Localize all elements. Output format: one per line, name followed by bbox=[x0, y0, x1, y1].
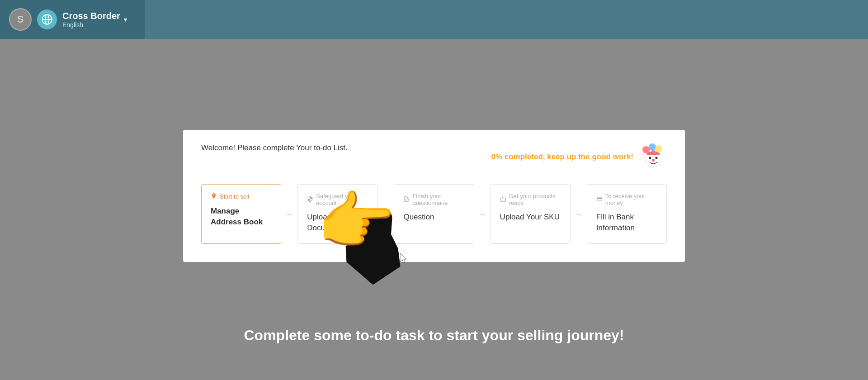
todo-card: Welcome! Please complete Your to-do List… bbox=[183, 130, 685, 262]
progress-text: 0% completed, keep up the good work! bbox=[491, 152, 633, 162]
nav-logo-icon bbox=[37, 10, 57, 29]
step-3-title: Question bbox=[403, 212, 464, 223]
svg-point-9 bbox=[642, 146, 650, 153]
bottom-text: Complete some to-do task to start your s… bbox=[244, 327, 624, 344]
step-start-to-sell[interactable]: Start to sell Manage Address Book bbox=[201, 184, 281, 244]
step-2-title: Upload Business Document bbox=[307, 212, 368, 233]
money-icon bbox=[596, 196, 603, 204]
arrow-4-icon: → bbox=[571, 209, 587, 219]
step-safeguard[interactable]: Safeguard your account Upload Business D… bbox=[297, 184, 377, 244]
todo-header: Welcome! Please complete Your to-do List… bbox=[201, 143, 667, 171]
topbar-left: S Cross Border English ▾ bbox=[0, 0, 145, 39]
nav-chevron-icon[interactable]: ▾ bbox=[124, 16, 127, 23]
svg-point-8 bbox=[652, 159, 655, 162]
todo-progress: 0% completed, keep up the good work! bbox=[491, 143, 667, 171]
nav-brand-subtitle: English bbox=[62, 21, 120, 28]
step-5-label: To receive your money bbox=[596, 193, 657, 206]
step-1-title: Manage Address Book bbox=[211, 206, 272, 228]
nav-brand-title: Cross Border bbox=[62, 11, 120, 21]
location-icon bbox=[211, 193, 217, 200]
step-4-title: Upload Your SKU bbox=[500, 212, 561, 223]
step-1-label: Start to sell bbox=[211, 193, 272, 200]
step-bank[interactable]: To receive your money Fill in Bank Infor… bbox=[587, 184, 667, 244]
welcome-text: Welcome! Please complete Your to-do List… bbox=[201, 143, 348, 152]
topbar: S Cross Border English ▾ bbox=[0, 0, 868, 39]
step-2-label: Safeguard your account bbox=[307, 193, 368, 206]
svg-point-11 bbox=[655, 145, 662, 152]
questionnaire-icon bbox=[403, 196, 410, 204]
arrow-2-icon: → bbox=[377, 209, 394, 219]
svg-point-7 bbox=[656, 157, 658, 159]
arrow-3-icon: → bbox=[474, 209, 491, 219]
svg-point-6 bbox=[649, 157, 651, 159]
main-content: Welcome! Please complete Your to-do List… bbox=[0, 39, 868, 380]
step-questionnaire[interactable]: Finish your questionnaire Question bbox=[394, 184, 474, 244]
shield-icon bbox=[307, 196, 313, 204]
step-3-label: Finish your questionnaire bbox=[403, 193, 464, 206]
arrow-1-icon: → bbox=[281, 209, 297, 219]
step-5-title: Fill in Bank Information bbox=[596, 212, 657, 233]
nav-brand: Cross Border English bbox=[62, 11, 120, 28]
step-4-label: Get your products ready bbox=[500, 193, 561, 206]
box-icon bbox=[500, 196, 506, 204]
mascot-icon bbox=[640, 143, 667, 171]
avatar: S bbox=[9, 8, 32, 31]
step-products[interactable]: Get your products ready Upload Your SKU bbox=[491, 184, 571, 244]
svg-point-10 bbox=[649, 143, 656, 151]
steps-row: Start to sell Manage Address Book → Safe… bbox=[201, 184, 667, 244]
